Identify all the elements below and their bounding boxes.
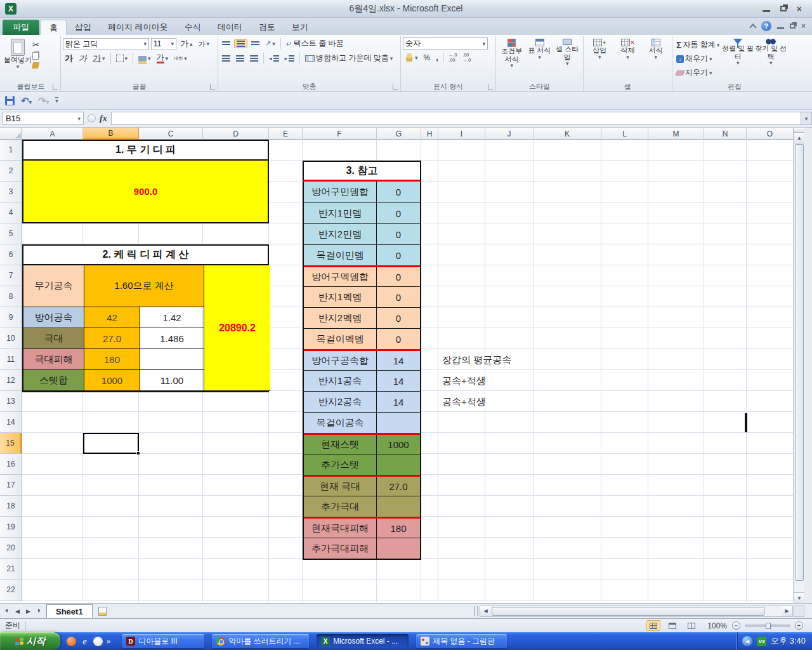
help-icon[interactable]: ? <box>761 21 771 31</box>
align-right-button[interactable] <box>248 55 260 62</box>
name-box[interactable]: B15▾ <box>3 112 84 125</box>
column-header-J[interactable]: J <box>485 128 534 140</box>
table3-value-cell[interactable] <box>376 496 420 517</box>
quick-launch-messenger-icon[interactable] <box>93 637 103 646</box>
cell-armor-speed-calc[interactable]: 1.42 <box>140 307 204 328</box>
column-header-O[interactable]: O <box>747 128 794 140</box>
align-left-button[interactable] <box>220 55 232 62</box>
table3-label-cell[interactable]: 추가극대 <box>304 496 376 517</box>
cell-grid[interactable]: 1. 무 기 디 피 900.0 2. 케 릭 디 피 계 산 무기공속 1.6… <box>22 140 794 602</box>
table3-label-cell[interactable]: 방어구민뎀합 <box>304 182 376 202</box>
table3-label-cell[interactable]: 현재스텟 <box>304 435 376 454</box>
table3-label-cell[interactable]: 추가극대피해 <box>304 538 376 559</box>
font-dialog-launcher-icon[interactable] <box>210 84 215 90</box>
row-header-6[interactable]: 6 <box>0 244 22 265</box>
vertical-split-handle[interactable] <box>794 128 804 133</box>
tab-insert[interactable]: 삽입 <box>67 20 100 35</box>
conditional-formatting-button[interactable]: 조건부 서식▾ <box>498 37 526 81</box>
row-header-15[interactable]: 15 <box>0 433 22 454</box>
number-dialog-launcher-icon[interactable] <box>488 84 493 90</box>
row-header-18[interactable]: 18 <box>0 496 22 517</box>
page-layout-view-button[interactable] <box>665 620 679 631</box>
workbook-restore-icon[interactable] <box>790 23 796 29</box>
expand-formula-bar-icon[interactable]: ▾ <box>801 112 812 125</box>
start-button[interactable]: 시작 <box>0 632 60 650</box>
tray-chevron-icon[interactable]: ◀ <box>742 636 752 646</box>
cell-critdmg-value[interactable]: 180 <box>84 349 140 370</box>
table3-label-cell[interactable]: 현재극대피해 <box>304 519 376 538</box>
zoom-slider-thumb[interactable] <box>766 623 771 629</box>
next-sheet-icon[interactable]: ▶ <box>23 606 34 617</box>
note-speed-2[interactable]: 공속+적생 <box>441 391 486 412</box>
customize-qat-icon[interactable]: ▾ <box>55 97 58 105</box>
percent-button[interactable]: % <box>422 53 433 63</box>
column-header-K[interactable]: K <box>534 128 601 140</box>
fill-color-button[interactable]: ▾ <box>136 55 153 62</box>
table1-title-cell[interactable]: 1. 무 기 디 피 <box>22 140 269 161</box>
format-as-table-button[interactable]: 표 서식▾ <box>526 37 554 81</box>
clipboard-dialog-launcher-icon[interactable] <box>53 84 58 90</box>
tab-split-handle[interactable] <box>474 606 478 616</box>
paste-button[interactable]: 붙여넣기 ▾ <box>3 37 32 81</box>
increase-decimal-button[interactable]: ←.0 .00 <box>447 52 459 63</box>
accounting-format-button[interactable]: ▾ <box>403 53 420 62</box>
page-break-view-button[interactable] <box>684 620 698 631</box>
table3-label-cell[interactable]: 방어구멕뎀합 <box>304 267 376 286</box>
task-browser[interactable]: 악마를 쓰러트리기 ... <box>212 634 309 648</box>
scroll-down-icon[interactable]: ▼ <box>794 592 804 603</box>
decrease-decimal-button[interactable]: .00 →.0 <box>461 52 473 63</box>
table3-value-cell[interactable]: 0 <box>376 308 420 328</box>
insert-worksheet-icon[interactable] <box>95 606 110 617</box>
cell-crit-label[interactable]: 극대 <box>23 328 84 349</box>
column-header-B[interactable]: B <box>83 128 139 140</box>
taskbar-clock[interactable]: 오후 3:40 <box>771 635 806 647</box>
column-header-L[interactable]: L <box>601 128 648 140</box>
grow-font-button[interactable]: 가▴ <box>178 37 195 50</box>
table3-label-cell[interactable]: 반지1공속 <box>304 371 376 391</box>
underline-button[interactable]: 가▾ <box>91 52 107 65</box>
row-header-22[interactable]: 22 <box>0 580 22 600</box>
select-all-corner[interactable] <box>0 128 22 140</box>
table3-label-cell[interactable]: 목걸이민뎀 <box>304 245 376 265</box>
restore-icon[interactable] <box>780 6 787 11</box>
cell-styles-button[interactable]: 셀 스타일▾ <box>553 37 581 81</box>
row-header-20[interactable]: 20 <box>0 538 22 559</box>
align-center-button[interactable] <box>234 55 246 62</box>
task-diablo[interactable]: D디아블로 III <box>122 634 204 648</box>
table3-label-cell[interactable]: 현재 극대 <box>304 477 376 496</box>
fill-button[interactable]: ↓채우기▾ <box>674 53 721 65</box>
decrease-indent-button[interactable]: ◂ <box>267 55 281 62</box>
task-paint[interactable]: 제목 없음 - 그림판 <box>416 634 507 648</box>
shrink-font-button[interactable]: 가▾ <box>197 39 212 50</box>
row-header-7[interactable]: 7 <box>0 265 22 286</box>
table3-label-cell[interactable]: 추가스텟 <box>304 454 376 475</box>
quick-launch-browser-icon[interactable] <box>67 637 76 646</box>
autosum-button[interactable]: Σ자동 합계▾ <box>674 39 721 51</box>
table3-value-cell[interactable] <box>376 538 420 559</box>
cell-crit-value[interactable]: 27.0 <box>84 328 140 349</box>
table3-label-cell[interactable]: 반지2멕뎀 <box>304 308 376 328</box>
prev-sheet-icon[interactable]: ◀ <box>12 606 23 617</box>
find-select-button[interactable]: 찾기 및 선택▾ <box>754 37 787 81</box>
table3-value-cell[interactable]: 27.0 <box>376 477 420 496</box>
table3-label-cell[interactable]: 반지2공속 <box>304 392 376 412</box>
row-header-14[interactable]: 14 <box>0 412 22 433</box>
column-header-C[interactable]: C <box>139 128 203 140</box>
scroll-left-icon[interactable]: ◀ <box>480 606 491 616</box>
note-speed-1[interactable]: 공속+적생 <box>441 370 486 391</box>
insert-cells-button[interactable]: +삽입▾ <box>586 37 613 81</box>
row-header-8[interactable]: 8 <box>0 286 22 307</box>
tab-formulas[interactable]: 수식 <box>176 20 209 35</box>
close-icon[interactable]: × <box>797 6 802 12</box>
table3-value-cell[interactable]: 0 <box>376 287 420 307</box>
format-painter-icon[interactable] <box>32 62 39 69</box>
tab-review[interactable]: 검토 <box>251 20 284 35</box>
table3-value-cell[interactable]: 0 <box>376 245 420 265</box>
row-header-10[interactable]: 10 <box>0 328 22 349</box>
table3-label-cell[interactable]: 반지1민뎀 <box>304 203 376 223</box>
tab-view[interactable]: 보기 <box>284 20 317 35</box>
table3-value-cell[interactable]: 0 <box>376 224 420 244</box>
collapse-ribbon-icon[interactable] <box>749 23 756 30</box>
row-header-3[interactable]: 3 <box>0 182 22 202</box>
row-header-5[interactable]: 5 <box>0 223 22 244</box>
